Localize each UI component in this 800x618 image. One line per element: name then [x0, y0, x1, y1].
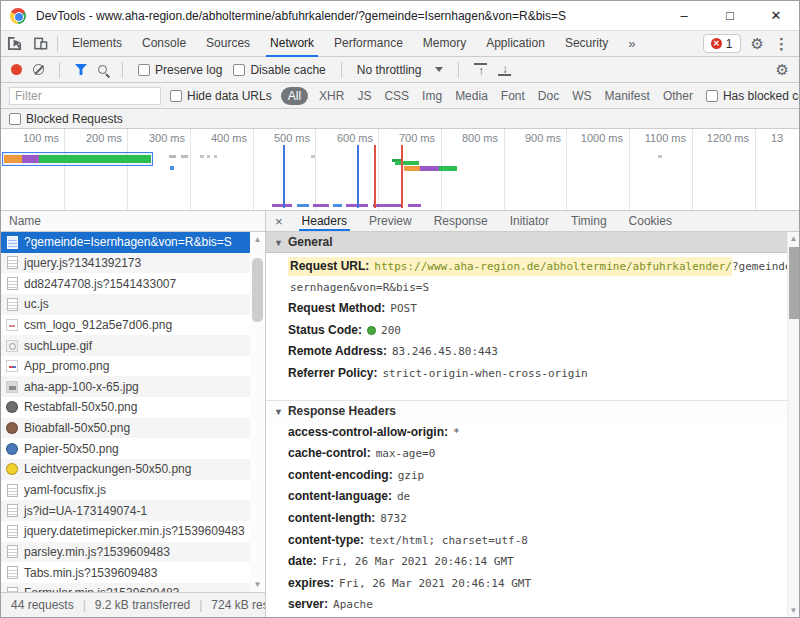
inspect-element-icon[interactable] — [1, 32, 27, 56]
scroll-up-icon[interactable]: ▲ — [250, 235, 265, 244]
hide-data-urls-checkbox[interactable] — [170, 90, 182, 102]
request-row[interactable]: jquery.js?1341392173 — [1, 253, 250, 274]
title-bar: DevTools - www.aha-region.de/abholtermin… — [1, 1, 799, 31]
resource-type-filter[interactable]: Manifest — [603, 87, 652, 105]
scrollbar-thumb[interactable] — [252, 258, 263, 322]
search-icon[interactable] — [98, 65, 107, 74]
request-row[interactable]: dd82474708.js?1541433007 — [1, 273, 250, 294]
close-details-icon[interactable]: × — [266, 214, 291, 229]
close-button[interactable]: ✕ — [753, 8, 799, 23]
general-row: Request Method:POST — [266, 298, 787, 320]
network-settings-gear-icon[interactable]: ⚙ — [776, 62, 789, 77]
resource-type-filter[interactable]: Img — [420, 87, 444, 105]
import-har-icon[interactable]: ↑ — [474, 63, 487, 76]
request-row[interactable]: jquery.datetimepicker.min.js?1539609483 — [1, 521, 250, 542]
request-row[interactable]: yaml-focusfix.js — [1, 480, 250, 501]
panel-tab[interactable]: Memory — [413, 31, 476, 57]
record-network-log-icon[interactable] — [11, 64, 22, 75]
header-name: content-language: — [288, 489, 392, 503]
general-section-header[interactable]: ▼General — [266, 232, 787, 253]
blocked-requests-option[interactable]: Blocked Requests — [9, 112, 123, 126]
blocked-requests-checkbox[interactable] — [9, 113, 21, 125]
chevron-down-icon — [435, 67, 443, 72]
has-blocked-cookies-option[interactable]: Has blocked cookies — [706, 89, 800, 103]
general-row: Status Code:200 — [266, 320, 787, 342]
device-toolbar-icon[interactable] — [27, 32, 53, 56]
details-scrollbar[interactable]: ▲ ▼ — [787, 232, 799, 617]
divider — [458, 62, 459, 78]
resource-type-filter[interactable]: Media — [453, 87, 490, 105]
request-row[interactable]: Formular.min.js?1539609483 — [1, 583, 250, 592]
panel-tab[interactable]: Network — [260, 31, 324, 57]
more-panels-chevron[interactable]: » — [618, 36, 645, 51]
request-row[interactable]: Bioabfall-50x50.png — [1, 418, 250, 439]
detail-tab[interactable]: Response — [423, 211, 499, 231]
request-row[interactable]: ?gemeinde=Isernhagen&von=R&bis=S — [1, 232, 250, 253]
scroll-up-icon[interactable]: ▲ — [788, 234, 799, 243]
panel-tab[interactable]: Elements — [62, 31, 132, 57]
request-row[interactable]: uc.js — [1, 294, 250, 315]
request-row[interactable]: Papier-50x50.png — [1, 438, 250, 459]
panel-tab[interactable]: Sources — [196, 31, 260, 57]
request-row[interactable]: aha-app-100-x-65.jpg — [1, 376, 250, 397]
detail-tab[interactable]: Preview — [358, 211, 423, 231]
export-har-icon[interactable]: ↓ — [498, 63, 511, 76]
maximize-button[interactable]: □ — [707, 8, 753, 23]
resource-type-filter[interactable]: Doc — [536, 87, 561, 105]
request-name: js?id=UA-173149074-1 — [24, 504, 147, 518]
request-row[interactable]: csm_logo_912a5e7d06.png — [1, 315, 250, 336]
request-url-link[interactable]: https://www.aha-region.de/abholtermine/a… — [374, 260, 732, 273]
header-name: content-encoding: — [288, 468, 393, 482]
detail-tab[interactable]: Cookies — [618, 211, 683, 231]
resource-type-filter[interactable]: CSS — [382, 87, 411, 105]
preserve-log-checkbox[interactable] — [138, 64, 150, 76]
panel-tab[interactable]: Application — [476, 31, 555, 57]
resource-type-filter[interactable]: JS — [355, 87, 373, 105]
request-row[interactable]: parsley.min.js?1539609483 — [1, 542, 250, 563]
devtools-window: DevTools - www.aha-region.de/abholtermin… — [0, 0, 800, 618]
timeline-gridline — [64, 129, 65, 210]
console-error-badge[interactable]: ✕ 1 — [703, 34, 741, 53]
response-headers-section-header[interactable]: ▼Response Headers — [266, 401, 787, 422]
network-overview-timeline[interactable]: 100 ms200 ms300 ms400 ms500 ms600 ms700 … — [1, 129, 799, 211]
scroll-down-icon[interactable]: ▼ — [250, 580, 265, 589]
disable-cache-checkbox[interactable] — [233, 64, 245, 76]
request-row[interactable]: js?id=UA-173149074-1 — [1, 500, 250, 521]
scrollbar-thumb[interactable] — [789, 247, 799, 319]
request-row[interactable]: App_promo.png — [1, 356, 250, 377]
hide-data-urls-option[interactable]: Hide data URLs — [170, 89, 272, 103]
transferred-size: 9.2 kB transferred — [95, 598, 190, 612]
detail-tab[interactable]: Headers — [291, 211, 358, 231]
request-row[interactable]: Restabfall-50x50.png — [1, 397, 250, 418]
has-blocked-cookies-checkbox[interactable] — [706, 90, 718, 102]
detail-tab[interactable]: Timing — [560, 211, 618, 231]
disable-cache-option[interactable]: Disable cache — [233, 63, 325, 77]
request-row[interactable]: Tabs.min.js?1539609483 — [1, 562, 250, 583]
panel-tab[interactable]: Performance — [324, 31, 413, 57]
scroll-down-icon[interactable]: ▼ — [788, 606, 799, 615]
request-list-scrollbar[interactable]: ▲ ▼ — [250, 232, 265, 592]
settings-gear-icon[interactable]: ⚙ — [751, 36, 764, 51]
throttling-dropdown[interactable]: No throttling — [357, 63, 444, 77]
minimize-button[interactable]: – — [661, 8, 707, 23]
resource-type-filter[interactable]: XHR — [317, 87, 346, 105]
resource-type-filter[interactable]: All — [281, 87, 308, 105]
filter-input[interactable] — [9, 87, 161, 105]
timeline-event-line — [357, 145, 359, 208]
request-row[interactable]: suchLupe.gif — [1, 335, 250, 356]
resource-type-filter[interactable]: Other — [661, 87, 695, 105]
detail-tab-bar: × HeadersPreviewResponseInitiatorTimingC… — [266, 211, 799, 232]
network-toolbar: Preserve log Disable cache No throttling… — [1, 57, 799, 83]
clear-network-log-icon[interactable] — [33, 64, 44, 75]
panel-tab[interactable]: Security — [555, 31, 618, 57]
resource-type-filter[interactable]: Font — [499, 87, 527, 105]
kebab-menu-icon[interactable]: ⋮ — [774, 36, 789, 51]
divider — [122, 62, 123, 78]
filter-funnel-icon[interactable] — [75, 64, 87, 75]
request-row[interactable]: Leichtverpackungen-50x50.png — [1, 459, 250, 480]
detail-tab[interactable]: Initiator — [499, 211, 560, 231]
preserve-log-option[interactable]: Preserve log — [138, 63, 222, 77]
panel-tab[interactable]: Console — [132, 31, 196, 57]
resource-type-filter[interactable]: WS — [570, 87, 593, 105]
name-column-header[interactable]: Name — [1, 211, 265, 232]
